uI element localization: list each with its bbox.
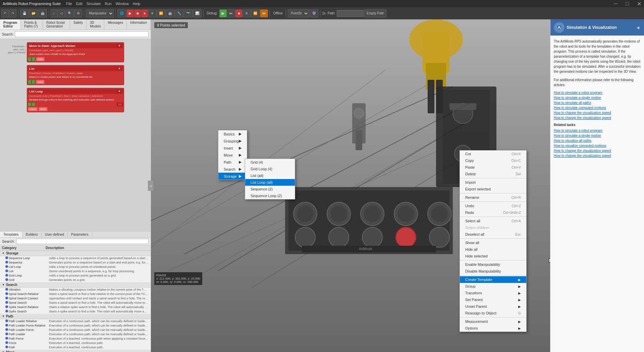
storage-grid-loop-4[interactable]: Grid Loop (4) [245,166,295,172]
close-btn[interactable]: ✕ [637,1,641,7]
ctx-rename[interactable]: RenameCtrl+R [460,194,526,201]
list-item-spiral-search-relative[interactable]: Spiral Search Relative Starts a spiral s… [0,292,151,296]
list-item-path-loader-relative[interactable]: Path Loader Relative Execution of a cont… [0,319,151,324]
empty-path-btn[interactable]: Empty Path [364,9,386,17]
info-link-2[interactable]: How to simulate a single motion [554,96,641,100]
ctx-hide-selected[interactable]: Hide selected [460,253,526,259]
tab-templates[interactable]: Templates [0,232,22,237]
storage-list-loop-all[interactable]: List Loop (all) [245,179,295,186]
category-storage[interactable]: ▼ Storage [0,251,151,256]
globe-btn[interactable]: 🌐 [117,9,126,17]
submenu-basics[interactable]: Basics▶ [218,130,247,137]
tab-points-paths[interactable]: Points & Paths (7) [21,19,43,30]
ctx-transform[interactable]: Transform▶ [460,290,526,296]
ctx-unset-parent[interactable]: Unset Parent▶ [460,303,526,310]
ctx-create-template[interactable]: Create Template▶ [460,276,526,283]
menu-window[interactable]: Window [116,2,129,6]
save-btn[interactable]: 💾 [20,9,29,17]
list-item-list-loop[interactable]: List Loop Adds a loop to process points … [0,265,151,269]
info-link-3[interactable]: How to simulate all paths [554,101,641,105]
ctx-copy[interactable]: CopyCtrl+C [460,157,526,164]
debug-stop-btn[interactable]: ■ [235,9,242,17]
menu-edit[interactable]: Edit [76,2,83,6]
list-item-sequence[interactable]: Sequence Generates points on a sequence … [0,260,151,265]
list-item-spiral-search[interactable]: Spiral Search Starts a spiral search to … [0,301,151,305]
right-panel-expand[interactable]: ◀ [637,26,641,30]
category-path[interactable]: ▼ Path [0,314,151,319]
record-btn[interactable]: ● [141,9,148,17]
storage-sequence-loop-2[interactable]: Sequence Loop (2) [245,192,295,199]
open-btn[interactable]: 📂 [29,9,38,17]
menu-simulate[interactable]: Simulate [87,2,101,6]
debug-step-btn[interactable]: ⏭ [227,9,235,17]
list-item-spike-search[interactable]: Spike Search Starts a spike search to fi… [0,309,151,314]
chart-btn[interactable]: 📊 [193,9,202,17]
tab-robot-script[interactable]: Robot Script Generation [43,19,70,30]
submenu-insert[interactable]: Insert▶ [218,144,247,152]
node3-conn1[interactable] [28,103,31,106]
list-item-path-loader-force-relative[interactable]: Path Loader Force Relative Execution of … [0,324,151,328]
collapse-panel-btn[interactable]: ◁ [148,181,153,191]
pointst-dropdown[interactable]: PointSt [288,9,309,17]
program-node-list-loop[interactable]: List Loop ▼ Increment | List | PointStar… [27,88,124,112]
storage-grid-4[interactable]: Grid (4) [245,159,295,166]
debug-skip-btn[interactable]: ⏩ [251,9,260,17]
related-task-2[interactable]: How to simulate a single motion [554,134,641,137]
redo-btn[interactable]: ↷ [9,9,16,17]
submenu-grasping[interactable]: Grasping▶ [218,137,247,144]
ctx-enable-manip[interactable]: Enable Manipulability [460,261,526,268]
ctx-hide-all[interactable]: Hide all [460,246,526,253]
info-link-5[interactable]: How to change the visualization speed [554,111,641,115]
ctx-measurement[interactable]: Measurement▶ [460,318,526,325]
submenu-search[interactable]: Search▶ [218,166,247,173]
tab-parameters[interactable]: Parameters [68,232,92,237]
program-node-list[interactable]: List ▼ PointStart | Frame | PointStart |… [27,65,124,85]
robot-btn[interactable]: 🤖 [38,9,47,17]
category-move[interactable]: ▼ Move [0,350,151,352]
ctx-undo[interactable]: UndoCtrl+Z [460,202,526,209]
list-item-sequence-loop[interactable]: Sequence Loop Adds a loop to process a s… [0,256,151,260]
ctx-show-all[interactable]: Show all [460,239,526,246]
list-item-path-loader-force[interactable]: Path Loader Force Execution of a continu… [0,328,151,332]
stop-btn[interactable]: ■ [134,9,141,17]
list-item-grid-loop[interactable]: Grid Loop Adds a loop to process points … [0,274,151,278]
storage-list-all[interactable]: List (all) [245,172,295,179]
category-search[interactable]: ▼ Search [0,282,151,288]
node2-conn1[interactable] [28,80,31,84]
manipulator-dropdown[interactable]: Manipulator [86,9,114,17]
list-item-spiral-search-contact[interactable]: Spiral Search Contact Approaches until c… [0,296,151,301]
ctx-cut[interactable]: CutCtrl+X [460,151,526,157]
menu-run[interactable]: Run [105,2,112,6]
maximize-btn[interactable]: □ [626,1,629,7]
zoom-btn[interactable]: 🔍 [65,9,74,17]
list-item-list[interactable]: List Stores unordered points in a sequen… [0,269,151,274]
node2-conn3[interactable]: data [36,80,45,84]
ctx-select-all[interactable]: Select allCtrl+A [460,218,526,224]
list-item-spike-search-relative[interactable]: Spike Search Relative Starts a relative … [0,305,151,309]
program-node-move-to-state[interactable]: Move to State: Approach Motion ▼ PointSt… [27,42,124,62]
undo-btn[interactable]: ↶ [1,9,9,17]
info-link-1[interactable]: How to simulate a robot program [554,91,641,95]
ctx-import[interactable]: Import [460,179,526,186]
related-task-6[interactable]: How to change the visualization speed [554,154,641,158]
tab-program-editor[interactable]: Program Editor [0,19,21,30]
node1-conn1[interactable] [28,57,31,61]
related-task-1[interactable]: How to simulate a robot program [554,129,641,132]
debug-back-btn[interactable]: ⏮ [260,9,268,17]
settings-btn[interactable]: ⚙ [74,9,82,17]
ctx-paste[interactable]: PasteCtrl+V [460,164,526,171]
path-input[interactable] [337,10,364,17]
tab-builders[interactable]: Builders [22,232,42,237]
tool-btn[interactable]: 🔧 [175,9,183,17]
camera-btn[interactable]: 📷 [184,9,193,17]
ctx-deselect-all[interactable]: Deselect allEsc [460,231,526,238]
list-item-path-loader[interactable]: Path Loader Execution of a continuous pa… [0,332,151,337]
related-task-5[interactable]: How to change the visualization speed [554,149,641,153]
play-btn[interactable]: ▶ [126,9,134,17]
list-item-path-force[interactable]: Path Force Execution of a teached, conti… [0,337,151,341]
info-link-6[interactable]: How to change the visualization speed [554,116,641,120]
template-search-input[interactable] [16,239,149,244]
list-item-path[interactable]: Path Execution of a teached, continuous … [0,345,151,350]
node1-conn2[interactable] [32,57,35,61]
tab-safety[interactable]: Safety [70,19,87,30]
